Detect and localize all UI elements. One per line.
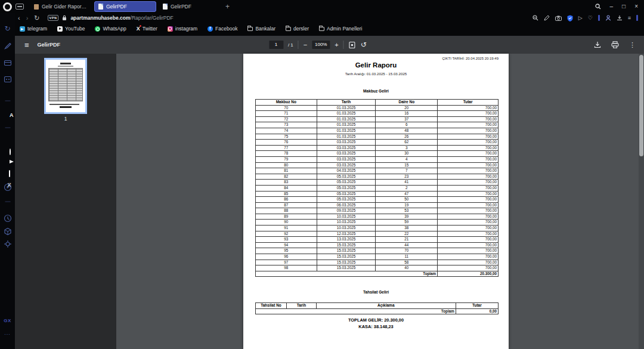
pdf-favicon bbox=[163, 4, 168, 10]
bookmark-folder-dersler[interactable]: dersler bbox=[286, 26, 309, 32]
col-header: Açıklama bbox=[316, 303, 456, 309]
pdf-menu-icon[interactable] bbox=[24, 41, 29, 50]
table-cell: 05.03.2025 bbox=[317, 197, 376, 203]
table-row: 9110.03.202538700,00 bbox=[256, 226, 499, 231]
sidebar-divider bbox=[5, 202, 10, 202]
play-circle-icon[interactable] bbox=[4, 184, 11, 192]
tab-gelirpdf-active[interactable]: GelirPDF bbox=[94, 1, 156, 12]
table-cell: 23 bbox=[376, 174, 438, 180]
page-number-input[interactable]: 1 bbox=[269, 41, 283, 49]
more-ellipsis-icon[interactable]: ... bbox=[4, 330, 11, 336]
print-icon[interactable] bbox=[611, 41, 619, 48]
bookmark-instagram[interactable]: instagram bbox=[168, 26, 197, 32]
table-cell: 700,00 bbox=[438, 248, 499, 254]
table-row: 8003.03.202515700,00 bbox=[256, 162, 499, 168]
table-cell: 15 bbox=[376, 162, 438, 168]
toolbar-divider bbox=[343, 41, 344, 49]
scrollbar-thumb[interactable] bbox=[639, 55, 643, 156]
download-icon[interactable] bbox=[594, 41, 601, 48]
zoom-out-icon[interactable] bbox=[532, 15, 538, 21]
search-icon[interactable] bbox=[595, 4, 601, 10]
pdf-scrollbar[interactable] bbox=[639, 54, 644, 349]
table-cell: 15.03.2025 bbox=[317, 242, 376, 248]
tab-search-icon[interactable] bbox=[16, 4, 24, 10]
table-cell: 700,00 bbox=[438, 140, 499, 146]
bookmark-heart-icon[interactable] bbox=[588, 15, 593, 21]
table-cell: 15.03.2025 bbox=[317, 260, 376, 265]
close-button[interactable] bbox=[634, 4, 638, 10]
lock-icon bbox=[62, 15, 67, 21]
url-text[interactable]: apartmanmuhasebe.com/Raporlar/GelirPDF bbox=[70, 15, 173, 21]
minimize-button[interactable] bbox=[610, 4, 614, 10]
circular-arrow-icon[interactable] bbox=[4, 25, 10, 32]
table-cell: 01.03.2025 bbox=[317, 134, 376, 140]
tab-gelir-gider-raporu[interactable]: Gelir Gider Raporu - Apart bbox=[30, 1, 92, 12]
zoom-level-input[interactable]: 100% bbox=[312, 41, 330, 49]
table-cell: 01.03.2025 bbox=[317, 116, 376, 122]
downloads-icon[interactable] bbox=[617, 15, 623, 21]
table-row: 7803.03.202530700,00 bbox=[256, 151, 499, 157]
table-cell: 75 bbox=[256, 134, 317, 140]
reload-button[interactable] bbox=[34, 15, 39, 21]
table-cell: 700,00 bbox=[438, 128, 499, 134]
zoom-out-button[interactable]: − bbox=[304, 41, 307, 48]
more-options-icon[interactable] bbox=[629, 41, 636, 49]
table-row: 9313.03.202521700,00 bbox=[256, 237, 499, 243]
sidebar-setup-icon[interactable] bbox=[628, 15, 631, 21]
snapshot-camera-icon[interactable] bbox=[555, 16, 562, 21]
bookmark-facebook[interactable]: Facebook bbox=[208, 26, 237, 32]
tab-gelirpdf-2[interactable]: GelirPDF bbox=[159, 1, 221, 12]
bookmark-telegram[interactable]: telegram bbox=[20, 26, 47, 32]
page-thumbnail[interactable] bbox=[46, 60, 85, 112]
rotate-icon[interactable] bbox=[361, 41, 367, 49]
table-cell: 71 bbox=[256, 111, 317, 117]
tab-label: Gelir Gider Raporu - Apart bbox=[42, 4, 88, 10]
makbuz-header-row: Makbuz No Tarih Daire No Tutar bbox=[256, 100, 499, 106]
wallet-icon[interactable] bbox=[4, 59, 11, 67]
monitor-icon[interactable] bbox=[4, 76, 11, 84]
brush-icon[interactable] bbox=[4, 42, 11, 50]
new-tab-button[interactable]: + bbox=[225, 2, 230, 11]
table-cell: 700,00 bbox=[438, 254, 499, 260]
profile-person-icon[interactable] bbox=[605, 15, 611, 21]
table-cell: 700,00 bbox=[438, 265, 499, 271]
zoom-in-button[interactable]: + bbox=[335, 41, 338, 48]
settings-gear-icon[interactable] bbox=[4, 240, 11, 248]
pdf-page-controls: 1 / 1 − 100% + bbox=[269, 36, 367, 54]
share-pencil-icon[interactable] bbox=[544, 15, 550, 21]
maximize-button[interactable] bbox=[622, 4, 626, 10]
bookmark-folder-bankalar[interactable]: Bankalar bbox=[247, 26, 275, 32]
table-cell: 05.03.2025 bbox=[317, 191, 376, 197]
back-button[interactable] bbox=[18, 15, 20, 21]
table-cell: 11 bbox=[376, 254, 438, 260]
sidebar-divider bbox=[5, 101, 10, 101]
table-row: 9515.03.202570700,00 bbox=[256, 248, 499, 254]
table-row: 7201.03.202537700,00 bbox=[256, 116, 499, 122]
thumbnail-page-number: 1 bbox=[46, 116, 85, 122]
fit-page-icon[interactable] bbox=[349, 41, 356, 49]
extensions-cube-icon[interactable] bbox=[4, 228, 11, 236]
bookmark-folder-admin-panelleri[interactable]: Admin Panelleri bbox=[319, 26, 363, 32]
table-cell: 85 bbox=[256, 191, 317, 197]
table-row: 8910.03.202539700,00 bbox=[256, 214, 499, 220]
bookmark-label: WhatsApp bbox=[103, 26, 126, 32]
table-cell: 700,00 bbox=[438, 185, 499, 191]
bookmark-youtube[interactable]: YouTube bbox=[57, 26, 85, 32]
tab-strip: Gelir Gider Raporu - Apart GelirPDF Geli… bbox=[0, 0, 644, 13]
bookmark-whatsapp[interactable]: WhatsApp bbox=[95, 26, 126, 32]
bookmark-twitter[interactable]: XTwitter bbox=[137, 26, 157, 32]
summary-total-income: TOPLAM GELİR: 20.300,00 bbox=[243, 317, 509, 323]
forward-button[interactable] bbox=[26, 15, 29, 21]
adblock-shield-icon[interactable] bbox=[567, 15, 573, 21]
page-count-label: / 1 bbox=[288, 42, 293, 48]
table-cell: 700,00 bbox=[438, 242, 499, 248]
gx-logo[interactable]: GX bbox=[4, 318, 11, 323]
vpn-badge[interactable]: VPN bbox=[48, 15, 59, 21]
table-cell: 50 bbox=[376, 197, 438, 203]
history-clock-icon[interactable] bbox=[4, 215, 11, 223]
opera-logo-icon[interactable] bbox=[3, 2, 12, 11]
table-cell: 15.03.2025 bbox=[317, 265, 376, 271]
table-cell: 4 bbox=[376, 156, 438, 162]
paper-plane-icon[interactable] bbox=[578, 15, 583, 21]
table-cell: 16 bbox=[376, 111, 438, 117]
